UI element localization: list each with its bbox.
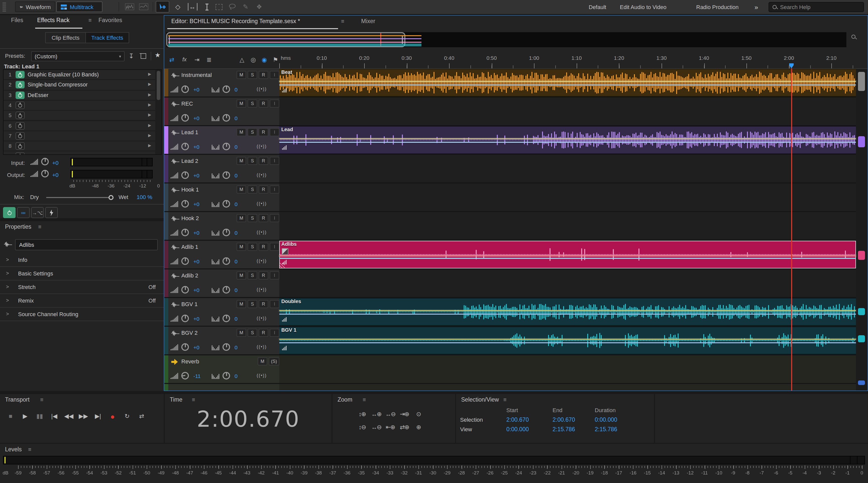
rewind-button[interactable]: ◀◀ <box>62 411 75 421</box>
effect-power-toggle[interactable] <box>16 142 25 150</box>
fast-forward-button[interactable]: ▶▶ <box>77 411 90 421</box>
mixer-tab[interactable]: Mixer <box>361 18 375 24</box>
pan-value[interactable]: 0 <box>235 287 238 293</box>
chevron-right-icon[interactable]: ▶ <box>148 143 151 148</box>
volume-envelope-line[interactable] <box>279 255 856 256</box>
track-lane[interactable] <box>279 97 856 125</box>
volume-value[interactable]: +0 <box>193 344 199 350</box>
track-header[interactable]: Adlib 1MSRI+00((•)) <box>164 241 279 268</box>
panel-menu-icon[interactable]: ≡ <box>38 224 41 230</box>
pan-knob[interactable] <box>222 314 230 322</box>
track-header[interactable]: Hook 2MSRI+00((•)) <box>164 212 279 240</box>
tab-effects-rack[interactable]: Effects Rack <box>37 17 69 23</box>
rack-power-button[interactable] <box>3 207 16 218</box>
pan-envelope-line[interactable] <box>279 258 856 259</box>
pan-knob[interactable] <box>222 114 230 122</box>
track-i-button[interactable]: I <box>270 157 279 165</box>
pan-value[interactable]: 0 <box>235 373 238 379</box>
track-effects-button[interactable]: Track Effects <box>85 32 129 43</box>
fade-in-icon[interactable] <box>282 248 288 255</box>
volume-knob[interactable] <box>181 229 189 236</box>
effect-slot-row[interactable]: 9▶ <box>3 152 155 155</box>
track-name[interactable]: Reverb <box>181 358 199 364</box>
metronome-icon[interactable]: △ <box>240 56 244 63</box>
audio-clip-bgv-1[interactable]: BGV 1 <box>279 327 856 354</box>
chevron-right-icon[interactable]: ▶ <box>148 102 151 107</box>
audio-clip-adlibs[interactable]: Adlibs <box>279 241 856 268</box>
track-s-button[interactable]: S <box>248 214 257 222</box>
track-name[interactable]: Adlib 2 <box>181 272 198 278</box>
track-header[interactable]: Adlib 2MSRI+00((•)) <box>164 269 279 297</box>
track-m-button[interactable]: M <box>237 329 246 337</box>
monitor-input-icon[interactable]: ((•)) <box>257 315 267 321</box>
track-r-button[interactable]: R <box>259 300 268 308</box>
pan-value[interactable]: 0 <box>235 230 238 236</box>
track-m-button[interactable]: M <box>237 185 246 193</box>
view-end[interactable]: 2:15.786 <box>553 426 575 432</box>
volume-value[interactable]: +0 <box>193 201 199 207</box>
track-s-button[interactable]: S <box>248 99 257 108</box>
track-header[interactable]: ReverbM(S)-110((•)) <box>164 355 279 383</box>
effect-slot-row[interactable]: 4▶ <box>3 100 155 111</box>
track-s-button[interactable]: S <box>248 128 257 136</box>
time-selection-tool[interactable]: ↔ <box>185 1 200 12</box>
track-m-button[interactable]: M <box>237 128 246 136</box>
pan-value[interactable]: 0 <box>235 115 238 121</box>
levels-meter[interactable] <box>3 456 865 464</box>
track-r-button[interactable]: R <box>259 185 268 193</box>
track-m-button[interactable]: M <box>237 300 246 308</box>
property-section-source-channel-routing[interactable]: >Source Channel Routing <box>0 308 164 321</box>
track-name[interactable]: BGV 2 <box>181 330 198 336</box>
volume-value[interactable]: +0 <box>193 258 199 264</box>
pause-button[interactable]: ▮▮ <box>33 411 46 421</box>
pan-knob[interactable] <box>222 372 230 380</box>
chevron-right-icon[interactable]: ▶ <box>148 113 151 117</box>
playhead-line[interactable] <box>791 68 792 391</box>
effect-power-toggle[interactable] <box>16 122 25 129</box>
zoom-in-time-button[interactable]: ↔⊕ <box>370 409 383 419</box>
move-tool[interactable] <box>156 1 169 12</box>
track-r-button[interactable]: R <box>259 243 268 251</box>
track-r-button[interactable]: R <box>259 214 268 222</box>
track-m-button[interactable]: M <box>237 271 246 279</box>
clip-effects-button[interactable]: Clip Effects <box>45 32 86 43</box>
pan-value[interactable]: 0 <box>235 144 238 150</box>
track-header[interactable]: RECMSRI+00 <box>164 97 279 125</box>
track-i-button[interactable]: I <box>270 99 279 108</box>
zoom-in-left-edge-button[interactable]: ⇤⊕ <box>384 422 397 432</box>
track-header[interactable]: Lead 2MSRI+00((•)) <box>164 155 279 182</box>
pan-knob[interactable] <box>222 286 230 294</box>
process-effects-button[interactable] <box>45 207 58 218</box>
ibeam-tool[interactable] <box>201 1 213 12</box>
pan-envelope-line[interactable] <box>279 342 856 343</box>
effect-slot-row[interactable]: 7▶ <box>3 131 155 142</box>
stop-button[interactable]: ■ <box>4 411 17 421</box>
paintbrush-tool[interactable]: ✎ <box>240 1 252 12</box>
monitor-input-icon[interactable]: ((•)) <box>257 201 267 206</box>
zoom-out-full-button[interactable]: ↔⊖ <box>384 409 397 419</box>
pan-knob[interactable] <box>222 343 230 351</box>
track-lane[interactable]: Lead <box>279 126 856 154</box>
track-header[interactable]: BGV 2MSRI+00((•)) <box>164 327 279 354</box>
multitrack-view-button[interactable]: Multitrack <box>56 1 102 12</box>
track-lane[interactable] <box>279 355 856 383</box>
volume-value[interactable]: +0 <box>193 172 199 178</box>
effect-power-toggle[interactable] <box>16 71 25 79</box>
selection-duration[interactable]: 0:00.000 <box>595 417 617 423</box>
volume-knob[interactable] <box>181 343 189 351</box>
clip-gain-icon[interactable] <box>282 345 287 351</box>
effect-slot-row[interactable]: 8▶ <box>3 141 155 152</box>
pan-value[interactable]: 0 <box>235 344 238 350</box>
insert-effect-button[interactable]: →⌥ <box>31 207 44 218</box>
effect-slot-row[interactable]: 5▶ <box>3 111 155 121</box>
toolbar-grip[interactable] <box>2 2 6 11</box>
volume-value[interactable]: +0 <box>193 86 199 92</box>
track-lane[interactable] <box>279 212 856 240</box>
audio-clip-lead[interactable]: Lead <box>279 126 856 154</box>
chevron-right-icon[interactable]: ▶ <box>148 82 151 87</box>
timeline-ruler[interactable]: hms 0:100:200:300:400:501:001:101:201:30… <box>164 53 868 69</box>
zoom-in-amplitude-button[interactable]: ↕⊕ <box>355 409 369 419</box>
marker-icon[interactable]: ⚑ <box>273 56 278 63</box>
marquee-selection-tool[interactable] <box>213 1 225 12</box>
lasso-selection-tool[interactable] <box>226 1 238 12</box>
